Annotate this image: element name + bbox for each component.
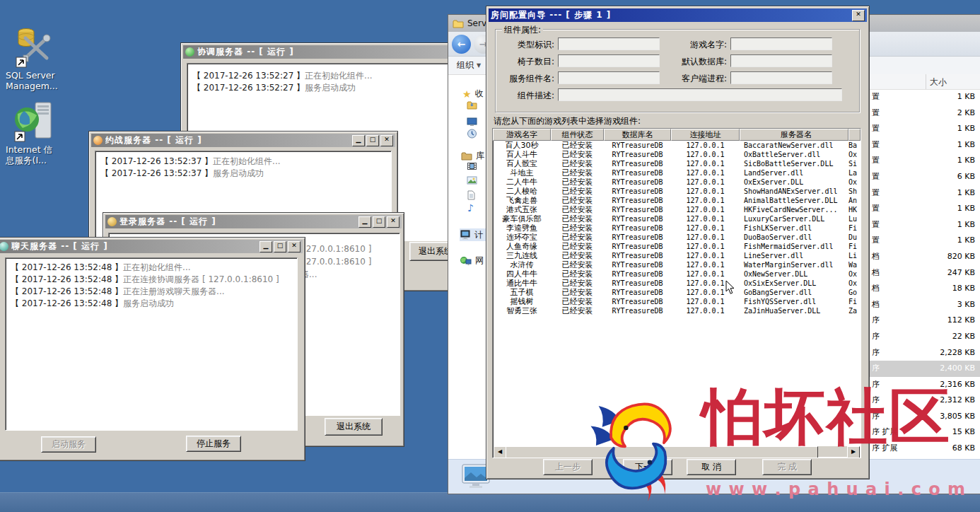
login-exit-button[interactable]: 退出系统 [325, 418, 383, 436]
game-table-row[interactable]: 百人斗牛已经安装RYTreasureDB127.0.0.1OxBattleSer… [493, 150, 861, 159]
game-table-row[interactable]: 豪车俱乐部已经安装RYTreasureDB127.0.0.1LuxuryCarS… [493, 214, 861, 223]
sidebar-item-videos[interactable] [467, 162, 477, 170]
back-icon[interactable]: ← [452, 35, 471, 54]
horizontal-scrollbar[interactable]: ◀ ▶ [494, 446, 860, 457]
scrollbar-thumb[interactable] [506, 446, 818, 458]
file-row[interactable]: 序 扩展68 KB [869, 441, 980, 457]
login-titlebar[interactable]: 登录服务器 -- [ 运行 ] ▁ □ ✕ [105, 215, 402, 228]
room-config-wizard-dialog[interactable]: 房间配置向导 --- [ 步骤 1 ] ✕ 组件属性: 类型标识: 游戏名字: … [486, 6, 870, 479]
file-row[interactable]: 序2,316 KB [869, 377, 980, 393]
sidebar-item-recent-places[interactable] [467, 129, 477, 139]
chat-titlebar[interactable]: 聊天服务器 -- [ 运行 ] ▁ □ ✕ [0, 240, 303, 253]
sidebar-item-libraries[interactable]: 库 [461, 150, 484, 162]
file-row[interactable]: 序2,228 KB [869, 345, 980, 361]
game-table-row[interactable]: 智勇三张已经安装RYTreasureDB127.0.0.1ZaJinHuaSer… [493, 306, 861, 315]
default-db-field[interactable] [730, 54, 832, 67]
sidebar-item-favorites[interactable]: ★ 收 [462, 88, 484, 100]
game-table-row[interactable]: 飞禽走兽已经安装RYTreasureDB127.0.0.1AnimalBattl… [493, 196, 861, 205]
file-row[interactable]: 序2,400 KB [869, 361, 980, 377]
close-icon[interactable]: ✕ [380, 135, 393, 146]
sidebar-item-pictures[interactable] [467, 176, 477, 185]
wizard-prev-button[interactable]: 上一步 [543, 459, 593, 475]
game-table-row[interactable]: 港式五张已经安装RYTreasureDB127.0.0.1HKFiveCardN… [493, 205, 861, 214]
column-header[interactable]: 服务器名 [740, 129, 848, 141]
file-row[interactable]: 序 扩展15 KB [869, 424, 980, 441]
game-table-row[interactable]: 二人梭哈已经安装RYTreasureDB127.0.0.1ShowHandANE… [493, 187, 861, 196]
client-process-field[interactable] [730, 71, 832, 84]
sidebar-item-downloads[interactable] [467, 100, 477, 110]
minimize-icon[interactable]: ▁ [259, 241, 272, 252]
file-row[interactable]: 序112 KB [869, 313, 980, 329]
column-header-blank[interactable] [848, 129, 861, 141]
game-table-row[interactable]: 李逵劈鱼已经安装RYTreasureDB127.0.0.1FishLKServe… [493, 223, 861, 233]
game-component-list[interactable]: 游戏名字组件状态数据库名连接地址服务器名 百人30秒已经安装RYTreasure… [492, 128, 861, 458]
column-divider[interactable] [926, 74, 926, 89]
file-row[interactable]: 置2 KB [869, 105, 980, 122]
column-header[interactable]: 组件状态 [551, 129, 604, 141]
game-table-row[interactable]: 百人骰宝已经安装RYTreasureDB127.0.0.1SicBoBattle… [493, 159, 861, 168]
close-icon[interactable]: ✕ [387, 216, 399, 228]
service-component-field[interactable] [558, 71, 660, 84]
game-table-row[interactable]: 百人30秒已经安装RYTreasureDB127.0.0.1BaccaratNe… [493, 141, 861, 150]
file-row[interactable]: 档247 KB [869, 265, 980, 281]
wizard-titlebar[interactable]: 房间配置向导 --- [ 步骤 1 ] ✕ [489, 8, 867, 22]
chat-stop-service-button[interactable]: 停止服务 [186, 436, 241, 452]
column-header[interactable]: 游戏名字 [493, 129, 551, 141]
close-icon[interactable]: ✕ [288, 241, 301, 252]
file-row[interactable]: 序3,805 KB [869, 409, 980, 425]
sidebar-item-network[interactable]: 网 [460, 255, 484, 267]
game-table-row[interactable]: 水浒传已经安装RYTreasureDB127.0.0.1WaterMarginS… [493, 260, 861, 269]
sidebar-item-documents[interactable] [467, 190, 476, 200]
game-table-row[interactable]: 斗地主已经安装RYTreasureDB127.0.0.1LandServer.d… [493, 168, 861, 178]
game-table-row[interactable]: 连环夺宝已经安装RYTreasureDB127.0.0.1DuoBaoServe… [493, 233, 861, 242]
wizard-cancel-button[interactable]: 取 消 [687, 459, 736, 475]
game-table-row[interactable]: 二人牛牛已经安装RYTreasureDB127.0.0.1OxExServer.… [493, 178, 861, 187]
sidebar-item-desktop[interactable] [467, 117, 477, 127]
file-row[interactable]: 序2,312 KB [869, 392, 980, 409]
chat-start-service-button[interactable]: 启动服务 [41, 436, 96, 453]
file-row[interactable]: 置1 KB [869, 121, 980, 137]
file-row[interactable]: 档820 KB [869, 249, 980, 265]
desktop-icon-iis[interactable]: Internet 信 息服务(I... [6, 101, 69, 165]
game-table-row[interactable]: 五子棋已经安装RYTreasureDB127.0.0.1GoBangServer… [493, 288, 861, 297]
desktop-icon-sql-server[interactable]: SQL Server Managem... [6, 27, 69, 91]
column-header[interactable]: 连接地址 [671, 129, 740, 141]
game-table-row[interactable]: 人鱼奇缘已经安装RYTreasureDB127.0.0.1FishMermaid… [493, 242, 861, 251]
game-table-row[interactable]: 摇钱树已经安装RYTreasureDB127.0.0.1FishYQSServe… [493, 297, 861, 306]
battle-titlebar[interactable]: 约战服务器 -- [ 运行 ] ▁ □ ✕ [91, 134, 395, 147]
sidebar-item-music[interactable]: ♪ [467, 202, 474, 214]
file-row[interactable]: 档18 KB [869, 281, 980, 297]
organize-menu[interactable]: 组织 [457, 59, 474, 71]
file-row[interactable]: 置1 KB [869, 137, 980, 153]
file-row[interactable]: 置1 KB [869, 89, 980, 105]
file-row[interactable]: 置1 KB [869, 153, 980, 169]
file-row[interactable]: 置1 KB [869, 233, 980, 249]
taskbar[interactable] [0, 492, 980, 512]
maximize-icon[interactable]: □ [274, 241, 286, 252]
file-row[interactable]: 置6 KB [869, 169, 980, 185]
close-icon[interactable]: ✕ [852, 10, 865, 21]
game-name-field[interactable] [730, 37, 832, 50]
file-row[interactable]: 置1 KB [869, 201, 980, 217]
game-table-row[interactable]: 四人牛牛已经安装RYTreasureDB127.0.0.1OxNewServer… [493, 269, 861, 279]
file-row[interactable]: 档3 KB [869, 297, 980, 313]
size-column-header[interactable]: 大小 [930, 76, 947, 88]
wizard-finish-button[interactable]: 完 成 [762, 459, 812, 475]
game-table-row[interactable]: 通比牛牛已经安装RYTreasureDB127.0.0.1OxSixExServ… [493, 279, 861, 288]
file-row[interactable]: 置1 KB [869, 185, 980, 202]
scroll-left-icon[interactable]: ◀ [494, 446, 506, 458]
column-header[interactable]: 数据库名 [604, 129, 671, 141]
maximize-icon[interactable]: □ [373, 216, 385, 228]
file-row[interactable]: 置1 KB [869, 217, 980, 233]
minimize-icon[interactable]: ▁ [352, 135, 365, 146]
minimize-icon[interactable]: ▁ [358, 216, 371, 228]
wizard-next-button[interactable]: 下一步 [623, 459, 672, 475]
scroll-right-icon[interactable]: ▶ [847, 446, 860, 458]
game-table-row[interactable]: 三九连线已经安装RYTreasureDB127.0.0.1LineServer.… [493, 251, 861, 260]
chair-count-field[interactable] [558, 54, 660, 67]
file-row[interactable]: 序22 KB [869, 329, 980, 345]
maximize-icon[interactable]: □ [366, 135, 379, 146]
chat-server-window[interactable]: 聊天服务器 -- [ 运行 ] ▁ □ ✕ 【 2017-12-26 13:52… [0, 237, 305, 461]
component-desc-field[interactable] [558, 88, 842, 101]
type-id-field[interactable] [558, 37, 660, 50]
